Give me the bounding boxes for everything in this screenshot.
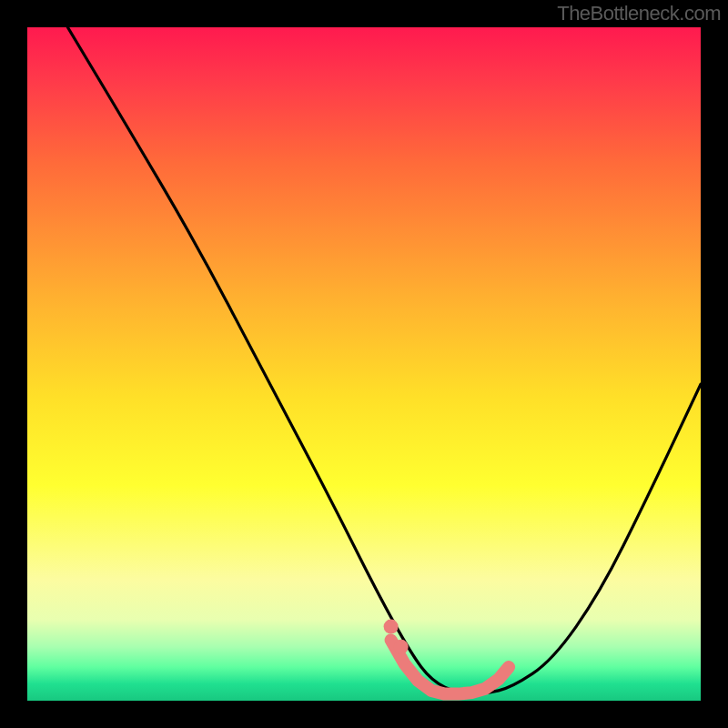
highlight-dot: [394, 640, 409, 654]
watermark-text: TheBottleneck.com: [557, 2, 721, 25]
highlight-dot: [384, 620, 399, 634]
curve-svg: [27, 27, 701, 701]
plot-area: [27, 27, 701, 701]
highlight-points: [384, 620, 509, 694]
highlight-path: [391, 640, 509, 693]
chart-container: TheBottleneck.com: [0, 0, 728, 728]
bottleneck-curve: [67, 27, 701, 694]
